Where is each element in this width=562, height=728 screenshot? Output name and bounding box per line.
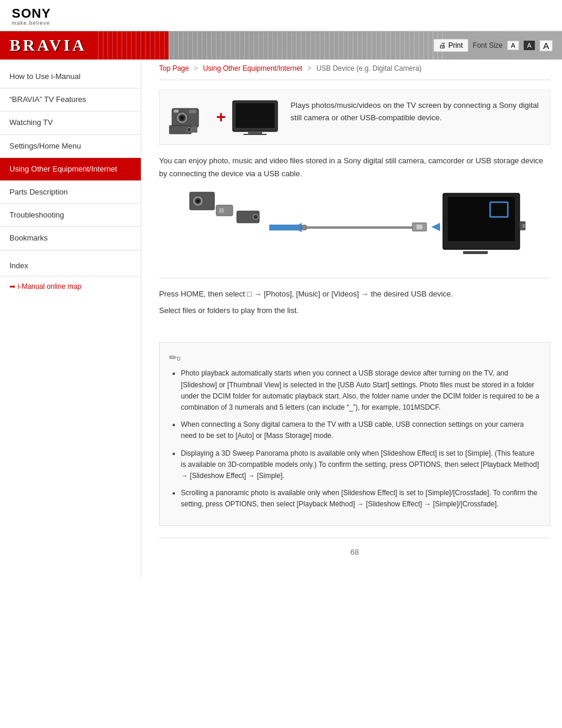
page-header: SONY make.believe bbox=[0, 0, 562, 31]
plus-sign: + bbox=[216, 109, 226, 126]
notes-section: ✏₀ Photo playback automatically starts w… bbox=[159, 342, 550, 526]
note-item-4: Scrolling a panoramic photo is available… bbox=[181, 487, 540, 510]
sidebar-item-how-to-use[interactable]: How to Use i-Manual bbox=[0, 65, 141, 88]
svg-point-17 bbox=[197, 200, 200, 203]
print-button[interactable]: 🖨 Print bbox=[434, 39, 468, 52]
svg-marker-29 bbox=[431, 223, 440, 231]
sidebar-item-bravia-features[interactable]: “BRAVIA” TV Features bbox=[0, 88, 141, 111]
note-item-3: Displaying a 3D Sweep Panorama photo is … bbox=[181, 448, 540, 482]
breadcrumb-sep2: > bbox=[308, 64, 312, 73]
step2-text: Select files or folders to play from the… bbox=[159, 304, 550, 317]
sidebar-online-map-link[interactable]: ➡ i-Manual online map bbox=[0, 276, 141, 297]
sidebar-index[interactable]: Index bbox=[0, 255, 141, 276]
font-medium-button[interactable]: A bbox=[524, 41, 535, 50]
usb-connection-svg bbox=[184, 187, 525, 264]
svg-rect-13 bbox=[243, 134, 267, 135]
sidebar-item-parts-desc[interactable]: Parts Description bbox=[0, 181, 141, 204]
font-large-button[interactable]: A bbox=[540, 40, 553, 51]
svg-point-3 bbox=[180, 116, 184, 120]
svg-rect-9 bbox=[191, 127, 197, 133]
banner-stripes bbox=[94, 31, 444, 60]
svg-rect-31 bbox=[448, 197, 515, 241]
device-images: + bbox=[169, 100, 279, 135]
bravia-banner: BRAVIA 🖨 Print Font Size A A A bbox=[0, 31, 562, 60]
svg-rect-33 bbox=[463, 251, 488, 254]
notes-list: Photo playback automatically starts when… bbox=[169, 368, 540, 510]
font-size-label: Font Size bbox=[473, 41, 503, 50]
main-description: You can enjoy photo, music and video fil… bbox=[159, 154, 550, 180]
breadcrumb-top[interactable]: Top Page bbox=[159, 64, 189, 73]
device-description: Plays photos/music/videos on the TV scre… bbox=[290, 100, 540, 124]
svg-point-8 bbox=[187, 128, 191, 131]
camera-image bbox=[169, 100, 210, 135]
tv-image bbox=[232, 100, 279, 135]
sidebar-item-watching-tv[interactable]: Watching TV bbox=[0, 111, 141, 134]
svg-rect-11 bbox=[236, 103, 275, 128]
step1-text: Press HOME, then select □ → [Photos], [M… bbox=[159, 288, 550, 301]
svg-rect-24 bbox=[269, 225, 302, 230]
arrow-icon: ➡ bbox=[9, 282, 15, 291]
note-item-2: When connecting a Sony digital camera to… bbox=[181, 419, 540, 442]
sidebar-item-settings-home[interactable]: Settings/Home Menu bbox=[0, 135, 141, 158]
device-section: + Plays photos/music/videos on the TV sc… bbox=[159, 90, 550, 145]
sony-tagline: make.believe bbox=[12, 20, 550, 26]
note-icon: ✏₀ bbox=[169, 352, 540, 363]
print-label: Print bbox=[448, 41, 463, 50]
svg-rect-19 bbox=[219, 208, 224, 213]
svg-rect-5 bbox=[174, 110, 178, 113]
main-layout: How to Use i-Manual “BRAVIA” TV Features… bbox=[0, 60, 562, 578]
sidebar-item-troubleshooting[interactable]: Troubleshooting bbox=[0, 204, 141, 227]
font-small-button[interactable]: A bbox=[507, 41, 518, 50]
breadcrumb-current: USB Device (e.g. Digital Camera) bbox=[316, 64, 422, 73]
svg-rect-25 bbox=[302, 225, 306, 230]
svg-rect-12 bbox=[248, 131, 262, 134]
svg-rect-4 bbox=[189, 110, 196, 113]
online-map-label: i-Manual online map bbox=[18, 282, 81, 291]
svg-rect-35 bbox=[523, 224, 525, 228]
svg-rect-26 bbox=[306, 226, 412, 229]
breadcrumb-sep1: > bbox=[194, 64, 198, 73]
sidebar-item-bookmarks[interactable]: Bookmarks bbox=[0, 227, 141, 250]
page-footer: 68 bbox=[159, 538, 550, 566]
note-item-1: Photo playback automatically starts when… bbox=[181, 368, 540, 413]
svg-rect-18 bbox=[216, 205, 233, 216]
main-content: Top Page > Using Other Equipment/Interne… bbox=[141, 60, 562, 578]
sidebar: How to Use i-Manual “BRAVIA” TV Features… bbox=[0, 60, 141, 578]
sidebar-item-using-other[interactable]: Using Other Equipment/Internet bbox=[0, 158, 141, 181]
breadcrumb: Top Page > Using Other Equipment/Interne… bbox=[159, 60, 550, 80]
steps-section: Press HOME, then select □ → [Photos], [M… bbox=[159, 278, 550, 330]
printer-icon: 🖨 bbox=[439, 41, 446, 50]
usb-diagram bbox=[159, 187, 550, 266]
svg-rect-28 bbox=[416, 225, 422, 229]
sony-logo: SONY bbox=[12, 7, 550, 20]
svg-point-22 bbox=[254, 215, 258, 219]
breadcrumb-using[interactable]: Using Other Equipment/Internet bbox=[203, 64, 302, 73]
banner-controls: 🖨 Print Font Size A A A bbox=[434, 39, 553, 52]
bravia-title: BRAVIA bbox=[9, 36, 87, 55]
